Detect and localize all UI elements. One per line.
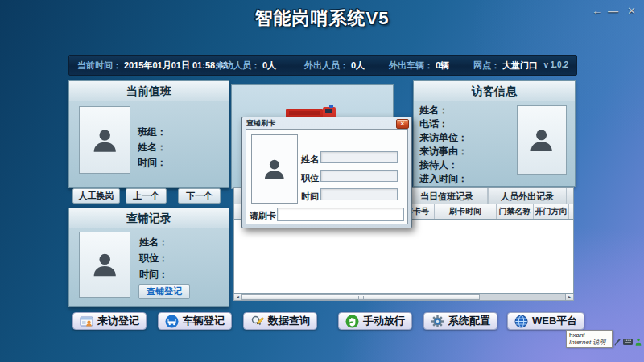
column-swipe-time[interactable]: 刷卡时间 (435, 204, 497, 219)
horizontal-scrollbar[interactable]: ◄ ► (233, 294, 574, 301)
person-icon (261, 149, 288, 189)
visitor-field-reason: 来访事由： (419, 145, 468, 158)
vehicle-register-button[interactable]: 车辆登记 (158, 312, 232, 330)
person-icon (89, 245, 120, 285)
status-bar: 当前时间：2015年01月01日 01:58:43 来访人员：0人 外出人员：0… (68, 55, 577, 76)
column-door-direction[interactable]: 开门方向 (534, 204, 569, 219)
visitor-register-button[interactable]: 来访登记 (72, 312, 147, 330)
tab-out-records[interactable]: 人员外出记录 (488, 188, 567, 204)
tab-duty-records[interactable]: 当日值班记录 (406, 188, 488, 204)
visitor-panel: 访客信息 姓名： 电话： 来访单位： 来访事由： 接待人： 进入时间： (413, 80, 576, 187)
dialog-position-input[interactable] (320, 170, 398, 182)
visitor-field-company: 来访单位： (419, 131, 468, 145)
records-table-body (233, 220, 574, 294)
status-vehicles-out: 外出车辆：0辆 (389, 56, 449, 75)
ime-tooltip: hxanf Internet 说明 (566, 330, 613, 348)
web-platform-icon (514, 315, 528, 328)
ime-person-icon[interactable] (635, 338, 642, 346)
ime-tooltip-line1: hxanf (569, 331, 609, 339)
data-query-icon (250, 315, 264, 328)
visitor-field-receiver: 接待人： (419, 158, 458, 172)
status-people-out: 外出人员：0人 (304, 56, 365, 75)
vehicle-register-icon (165, 315, 179, 328)
status-site: 网点：大堂门口 (473, 56, 538, 75)
status-current-time: 当前时间：2015年01月01日 01:58:43 (77, 56, 228, 75)
data-query-button[interactable]: 数据查询 (243, 312, 317, 330)
duty-photo-placeholder (79, 106, 130, 174)
column-door-name[interactable]: 门禁名称 (497, 204, 534, 219)
current-duty-panel: 当前值班 班组： 姓名： 时间： (68, 80, 229, 188)
page-title: 智能岗哨系统V5 (0, 6, 644, 31)
dialog-photo-placeholder (251, 134, 298, 204)
web-platform-button[interactable]: WEB平台 (507, 312, 584, 330)
scroll-right-icon[interactable]: ► (565, 294, 573, 300)
inspection-photo-placeholder (79, 232, 130, 298)
ime-tooltip-line2: Internet 说明 (569, 339, 609, 346)
ime-toolbar (614, 337, 644, 347)
keyboard-icon[interactable] (623, 339, 633, 345)
next-button[interactable]: 下一个 (178, 188, 221, 204)
scrollbar-thumb[interactable] (242, 294, 480, 300)
person-icon (89, 120, 120, 161)
scrollbar-grip (358, 296, 364, 299)
visitor-field-name: 姓名： (419, 104, 448, 117)
bedcheck-dialog: 查铺刷卡 ✕ 姓名： 职位： 时间： 请刷卡： (242, 117, 412, 228)
system-config-icon (431, 315, 444, 328)
manual-release-button[interactable]: 手动放行 (338, 312, 412, 330)
inspection-field-name: 姓名： (139, 236, 168, 249)
toolbar-button-label: 车辆登记 (183, 314, 225, 328)
manual-shift-button[interactable]: 人工换岗 (72, 188, 120, 204)
duty-field-time: 时间： (138, 156, 167, 170)
person-icon (526, 119, 556, 161)
dialog-swipe-input[interactable] (277, 208, 404, 221)
toolbar-button-label: WEB平台 (532, 314, 577, 328)
visitor-field-phone: 电话： (419, 117, 448, 131)
version-label: v 1.0.2 (543, 56, 568, 75)
toolbar-button-label: 系统配置 (448, 314, 490, 328)
visitor-register-icon (80, 315, 93, 328)
pen-icon[interactable] (614, 338, 621, 346)
back-icon[interactable]: ← (592, 5, 602, 17)
duty-field-name: 姓名： (138, 141, 167, 154)
inspection-field-time: 时间： (139, 268, 168, 282)
app-window: 智能岗哨系统V5 ← — ✕ 当前时间：2015年01月01日 01:58:43… (0, 0, 644, 362)
inspection-panel: 查铺记录 姓名： 职位： 时间： 查铺登记 (68, 208, 229, 307)
visitor-field-entry-time: 进入时间： (419, 172, 468, 186)
system-config-button[interactable]: 系统配置 (423, 312, 497, 330)
visitor-photo-placeholder (517, 105, 567, 175)
toolbar-button-label: 数据查询 (268, 314, 310, 328)
column-filler (569, 204, 573, 219)
duty-field-team: 班组： (138, 125, 167, 139)
visitor-title: 访客信息 (414, 81, 575, 101)
dialog-title: 查铺刷卡 (246, 118, 275, 129)
dialog-close-icon[interactable]: ✕ (396, 119, 409, 129)
previous-button[interactable]: 上一个 (126, 188, 167, 204)
inspection-field-position: 职位： (139, 252, 168, 265)
toolbar-button-label: 来访登记 (97, 314, 139, 328)
inspection-title: 查铺记录 (69, 208, 229, 228)
dialog-body: 姓名： 职位： 时间： 请刷卡： (246, 129, 408, 224)
status-visitors: 来访人员：0人 (216, 56, 276, 75)
close-icon[interactable]: ✕ (627, 5, 636, 17)
dialog-time-input[interactable] (320, 188, 398, 200)
manual-release-icon (345, 315, 359, 328)
minimize-icon[interactable]: — (608, 5, 618, 17)
current-duty-title: 当前值班 (69, 81, 229, 101)
dialog-name-input[interactable] (320, 151, 398, 163)
inspection-register-button[interactable]: 查铺登记 (138, 284, 190, 299)
toolbar-button-label: 手动放行 (363, 314, 405, 328)
